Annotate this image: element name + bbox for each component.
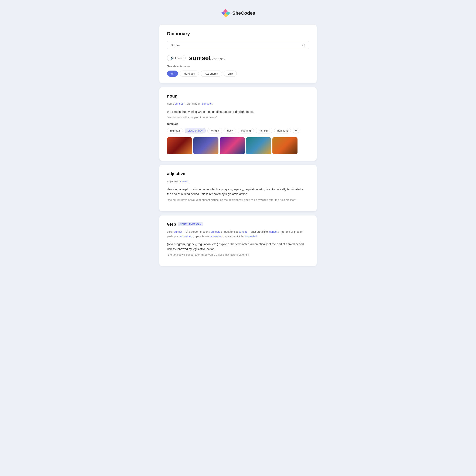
search-card: Dictionary 🔊 Listen sun·set /ˈsən,set/ S… [159, 25, 317, 83]
tag-twilight[interactable]: twilight [207, 128, 222, 134]
noun-grammar-line: noun: sunset ; - plural noun: sunsets ; [167, 102, 309, 106]
north-american-badge: NORTH AMERICAN [178, 222, 203, 226]
see-definitions-label: See definitions in: [167, 65, 309, 68]
adjective-example: "the bill will have a two-year sunset cl… [167, 198, 309, 202]
verb-word-link[interactable]: sunset [174, 230, 182, 233]
search-box [167, 41, 309, 49]
chevron-down-icon [294, 129, 298, 132]
tab-horology[interactable]: Horology [180, 70, 199, 77]
past-tense-link[interactable]: sunset [239, 230, 247, 233]
main-container: Dictionary 🔊 Listen sun·set /ˈsən,set/ S… [159, 25, 317, 266]
verb-header: verb NORTH AMERICAN [167, 222, 309, 227]
noun-word-link[interactable]: sunset [175, 102, 183, 105]
similar-label: Similiar: [167, 122, 309, 126]
svg-line-5 [304, 46, 305, 47]
past-participle-link[interactable]: sunset [269, 230, 277, 233]
phonetic: /ˈsən,set/ [212, 57, 225, 61]
tab-law[interactable]: Law [224, 70, 237, 77]
tag-dusk[interactable]: dusk [224, 128, 236, 134]
sunset-image-3[interactable] [220, 137, 245, 154]
verb-pos-label: verb [167, 222, 176, 227]
noun-card: noun noun: sunset ; - plural noun: sunse… [159, 87, 317, 161]
shecodes-logo-text: SheCodes [232, 10, 255, 16]
listen-label: Listen [175, 56, 183, 60]
sunset-image-1[interactable] [167, 137, 192, 154]
tag-close-of-day[interactable]: close of day [185, 128, 206, 134]
search-button[interactable] [302, 43, 305, 47]
sunset-image-2[interactable] [193, 137, 219, 154]
tag-evening[interactable]: evening [238, 128, 254, 134]
adjective-word-link[interactable]: sunset [180, 180, 188, 183]
sunset-images [167, 137, 309, 154]
word-display: sun·set /ˈsən,set/ [189, 54, 225, 62]
dictionary-title: Dictionary [167, 31, 309, 36]
speaker-icon: 🔊 [170, 56, 174, 60]
verb-card: verb NORTH AMERICAN verb: sunset ; - 3rd… [159, 216, 317, 266]
gerund-link[interactable]: sunsetting [180, 235, 192, 238]
past-participle-2-link[interactable]: sunsetted [245, 235, 257, 238]
listen-button[interactable]: 🔊 Listen [167, 55, 186, 61]
plural-noun-link[interactable]: sunsets [202, 102, 212, 105]
verb-example: "the tax cut will sunset after three yea… [167, 253, 309, 256]
noun-definition: the time in the evening when the sun dis… [167, 109, 309, 114]
adjective-pos-label: adjective [167, 171, 309, 176]
adjective-card: adjective adjective: sunset ; denoting a… [159, 165, 317, 211]
tag-more[interactable] [293, 128, 299, 134]
third-person-link[interactable]: sunsets [211, 230, 220, 233]
tab-astronomy[interactable]: Astronomy [201, 70, 222, 77]
search-input[interactable] [171, 43, 302, 47]
noun-pos-label: noun [167, 94, 309, 99]
adjective-definition: denoting a legal provision under which a… [167, 187, 309, 197]
sunset-image-5[interactable] [272, 137, 298, 154]
page-header: SheCodes [4, 8, 472, 18]
tab-all[interactable]: All [167, 70, 178, 77]
tag-nightfall[interactable]: nightfall [167, 128, 183, 134]
tag-half-light-2[interactable]: half-light [274, 128, 291, 134]
shecodes-logo-icon [221, 8, 230, 18]
noun-example: "sunset was still a couple of hours away… [167, 116, 309, 119]
tag-half-light-1[interactable]: half-light [256, 128, 272, 134]
past-tense-2-link[interactable]: sunsetted [211, 235, 222, 238]
adjective-grammar-line: adjective: sunset ; [167, 179, 309, 184]
verb-grammar-line: verb: sunset ; - 3rd person present: sun… [167, 230, 309, 239]
sunset-image-4[interactable] [246, 137, 271, 154]
similar-tags: nightfall close of day twilight dusk eve… [167, 128, 309, 134]
verb-definition: (of a program, agency, regulation, etc.)… [167, 242, 309, 251]
word-header: 🔊 Listen sun·set /ˈsən,set/ [167, 54, 309, 62]
search-icon [302, 43, 305, 47]
category-tabs: All Horology Astronomy Law [167, 70, 309, 77]
